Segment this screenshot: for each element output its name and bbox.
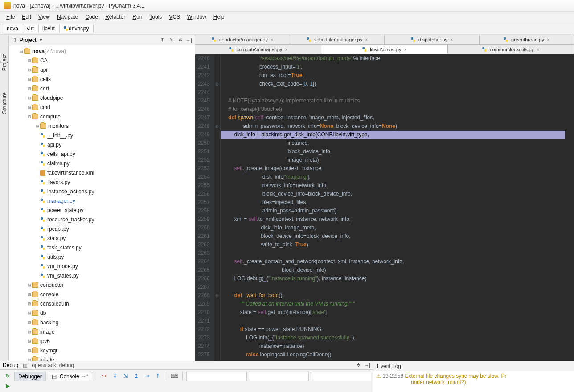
tree-item-resource_tracker.py[interactable]: resource_tracker.py xyxy=(9,215,195,224)
hide-icon[interactable]: →| xyxy=(186,37,192,43)
editor-tab[interactable]: libvirt\driver.py× xyxy=(321,45,447,54)
tree-item-nova[interactable]: ⊟nova (Z:\nova) xyxy=(9,46,195,56)
menu-help[interactable]: Help xyxy=(210,13,228,21)
locate-icon[interactable]: ⊕ xyxy=(159,37,165,43)
close-icon[interactable]: × xyxy=(547,37,549,42)
tree-item-cert[interactable]: ⊞cert xyxy=(9,84,195,93)
hide-icon[interactable]: →| xyxy=(364,362,370,368)
tree-item-image[interactable]: ⊞image xyxy=(9,327,195,336)
tree-item-monitors[interactable]: ⊞monitors xyxy=(9,121,195,131)
menu-navigate[interactable]: Navigate xyxy=(53,13,82,21)
editor-tab[interactable]: common\lockutils.py× xyxy=(448,45,574,54)
gear-icon[interactable]: ✲ xyxy=(355,362,361,368)
event-log-body[interactable]: ⚠ 13:22:58 External file changes sync ma… xyxy=(373,371,574,392)
tree-item-claims.py[interactable]: claims.py xyxy=(9,159,195,168)
expander-icon[interactable]: ⊞ xyxy=(27,105,32,110)
tool-tab-project[interactable]: Project xyxy=(0,53,8,73)
project-tree[interactable]: ⊟nova (Z:\nova)⊞CA⊞api⊞cells⊞cert⊞cloudp… xyxy=(9,45,195,361)
debugger-tab[interactable]: Debugger xyxy=(14,372,46,381)
expander-icon[interactable]: ⊞ xyxy=(27,58,32,63)
close-icon[interactable]: × xyxy=(450,37,453,42)
menu-edit[interactable]: Edit xyxy=(18,13,35,21)
tree-item-hacking[interactable]: ⊞hacking xyxy=(9,318,195,327)
step-into-button[interactable]: ↧ xyxy=(111,372,119,380)
tree-item-vm_mode.py[interactable]: vm_mode.py xyxy=(9,261,195,271)
code-editor[interactable]: 2240224122422243224422452246224722482249… xyxy=(195,54,574,361)
tree-item-compute[interactable]: ⊟compute xyxy=(9,112,195,121)
step-out-button[interactable]: ↥ xyxy=(132,372,141,380)
tree-item-CA[interactable]: ⊞CA xyxy=(9,56,195,65)
collapse-icon[interactable]: ⇲ xyxy=(168,37,174,43)
close-icon[interactable]: × xyxy=(285,47,287,52)
editor-tab[interactable]: scheduler\manager.py× xyxy=(290,35,385,44)
tree-item-flavors.py[interactable]: flavors.py xyxy=(9,177,195,187)
tree-item-instance_actions.py[interactable]: instance_actions.py xyxy=(9,187,195,196)
chevron-down-icon[interactable]: ▾ xyxy=(38,37,44,43)
variables-box[interactable] xyxy=(249,372,309,381)
expander-icon[interactable]: ⊞ xyxy=(27,311,32,315)
tree-item-api[interactable]: ⊞api xyxy=(9,65,195,74)
breadcrumb-libvirt[interactable]: libvirt xyxy=(38,24,60,33)
gear-icon[interactable]: ✲ xyxy=(177,37,183,43)
close-icon[interactable]: × xyxy=(365,37,368,42)
expander-icon[interactable]: ⊞ xyxy=(27,320,32,325)
expander-icon[interactable]: ⊞ xyxy=(27,283,32,287)
tree-item-consoleauth[interactable]: ⊞consoleauth xyxy=(9,299,195,308)
close-icon[interactable]: × xyxy=(404,47,406,52)
tree-item-power_state.py[interactable]: power_state.py xyxy=(9,205,195,215)
editor-tab[interactable]: greenthread.py× xyxy=(480,35,574,44)
run-to-cursor-button[interactable]: ⇥ xyxy=(143,372,152,380)
editor-tab[interactable]: compute\manager.py× xyxy=(195,45,321,54)
tree-item-keymgr[interactable]: ⊞keymgr xyxy=(9,346,195,355)
expander-icon[interactable]: ⊞ xyxy=(27,330,32,334)
frames-box[interactable] xyxy=(186,372,247,381)
calculator-icon[interactable]: ⌨ xyxy=(170,372,179,380)
expander-icon[interactable]: ⊞ xyxy=(27,86,32,91)
expander-icon[interactable]: ⊞ xyxy=(27,348,32,353)
tree-item-api.py[interactable]: api.py xyxy=(9,140,195,149)
tree-item-cells_api.py[interactable]: cells_api.py xyxy=(9,149,195,159)
breadcrumb-driver.py[interactable]: driver.py xyxy=(59,24,94,33)
expander-icon[interactable]: ⊞ xyxy=(27,96,32,100)
editor-tab[interactable]: dispatcher.py× xyxy=(385,35,480,44)
evaluate-button[interactable]: ⤒ xyxy=(153,372,162,380)
rerun-button[interactable]: ↻ xyxy=(3,372,12,380)
menu-file[interactable]: File xyxy=(3,13,18,21)
menu-run[interactable]: Run xyxy=(129,13,146,21)
expander-icon[interactable]: ⊞ xyxy=(27,292,32,297)
menu-code[interactable]: Code xyxy=(82,13,102,21)
console-tab[interactable]: ▤ Console →* xyxy=(48,372,93,381)
expander-icon[interactable]: ⊟ xyxy=(27,114,32,119)
fold-gutter[interactable]: ⊖⊖⊖ xyxy=(214,54,221,361)
tree-item-task_states.py[interactable]: task_states.py xyxy=(9,243,195,252)
expander-icon[interactable]: ⊟ xyxy=(19,49,24,53)
resume-button[interactable]: ▶ xyxy=(3,381,12,390)
menu-window[interactable]: Window xyxy=(184,13,210,21)
menu-tools[interactable]: Tools xyxy=(146,13,165,21)
tree-item-conductor[interactable]: ⊞conductor xyxy=(9,280,195,290)
code-content[interactable]: '/sys/class/net/%s/brport/hairpin_mode' … xyxy=(221,54,574,361)
menu-refactor[interactable]: Refactor xyxy=(102,13,129,21)
close-icon[interactable]: × xyxy=(537,47,539,52)
editor-tab[interactable]: conductor\manager.py× xyxy=(195,35,290,44)
expander-icon[interactable]: ⊞ xyxy=(27,302,32,306)
watches-box[interactable] xyxy=(311,372,371,381)
tree-item-utils.py[interactable]: utils.py xyxy=(9,252,195,261)
tree-item-ipv6[interactable]: ⊞ipv6 xyxy=(9,336,195,346)
tree-item-cloudpipe[interactable]: ⊞cloudpipe xyxy=(9,93,195,102)
tree-item-fakevirtinstance.xml[interactable]: fakevirtinstance.xml xyxy=(9,168,195,177)
tree-item-locale[interactable]: ⊞locale xyxy=(9,355,195,361)
tree-item-db[interactable]: ⊞db xyxy=(9,308,195,318)
breadcrumb-nova[interactable]: nova xyxy=(3,24,23,33)
tree-item-manager.py[interactable]: manager.py xyxy=(9,196,195,205)
tree-item-cmd[interactable]: ⊞cmd xyxy=(9,102,195,112)
expander-icon[interactable]: ⊞ xyxy=(27,77,32,82)
tree-item-stats.py[interactable]: stats.py xyxy=(9,233,195,243)
tool-tab-structure[interactable]: Structure xyxy=(0,90,8,116)
tree-item-cells[interactable]: ⊞cells xyxy=(9,74,195,84)
tree-item-console[interactable]: ⊞console xyxy=(9,290,195,299)
expander-icon[interactable]: ⊞ xyxy=(27,68,32,72)
menu-view[interactable]: View xyxy=(35,13,53,21)
expander-icon[interactable]: ⊞ xyxy=(35,124,40,128)
tree-item-__init__.py[interactable]: __init__.py xyxy=(9,131,195,140)
